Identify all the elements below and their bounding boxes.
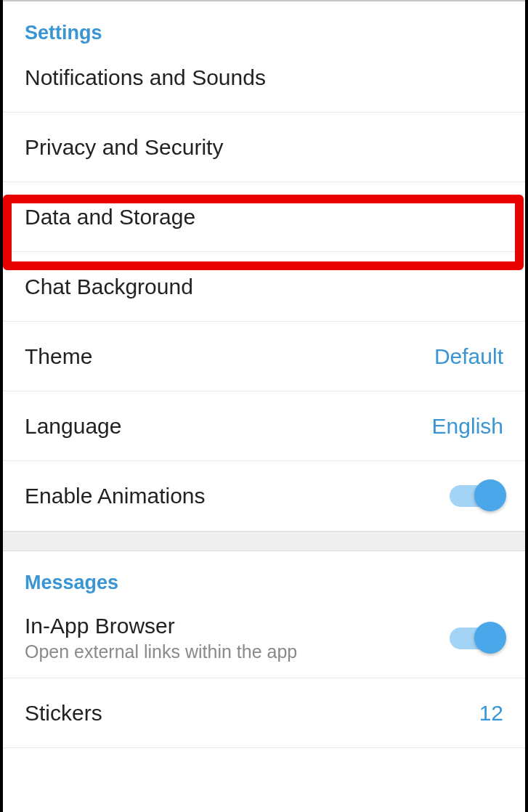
browser-toggle[interactable] [450,628,503,649]
animations-label: Enable Animations [25,484,206,508]
settings-item-data-storage[interactable]: Data and Storage [3,182,525,252]
stickers-value: 12 [479,701,503,726]
toggle-knob-icon [474,622,506,654]
settings-item-theme[interactable]: Theme Default [3,322,525,391]
browser-subtitle: Open external links within the app [25,641,297,662]
theme-value: Default [434,344,503,369]
language-label: Language [25,414,121,439]
messages-section-header: Messages [3,551,525,598]
theme-label: Theme [25,344,92,369]
settings-item-notifications[interactable]: Notifications and Sounds [3,49,525,113]
settings-item-privacy[interactable]: Privacy and Security [3,113,525,182]
settings-item-chat-background[interactable]: Chat Background [3,252,525,322]
browser-label: In-App Browser [25,614,297,638]
settings-item-language[interactable]: Language English [3,391,525,461]
language-value: English [432,414,503,439]
messages-item-stickers[interactable]: Stickers 12 [3,678,525,748]
chat-background-label: Chat Background [25,275,193,299]
section-divider [3,531,525,551]
stickers-label: Stickers [25,701,102,726]
animations-toggle[interactable] [450,485,503,507]
toggle-knob-icon [474,479,506,511]
messages-item-browser[interactable]: In-App Browser Open external links withi… [3,598,525,678]
privacy-label: Privacy and Security [25,135,223,160]
settings-section-header: Settings [3,1,525,49]
notifications-label: Notifications and Sounds [25,65,266,90]
data-storage-label: Data and Storage [25,205,195,230]
settings-item-animations[interactable]: Enable Animations [3,461,525,531]
